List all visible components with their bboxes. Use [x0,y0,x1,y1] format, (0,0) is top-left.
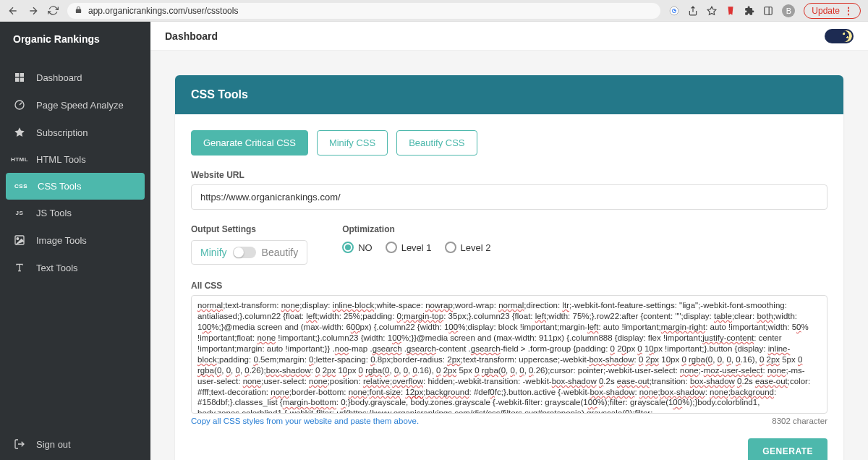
google-icon[interactable] [669,6,679,16]
svg-rect-6 [20,78,24,82]
extension-warning-icon[interactable] [726,6,736,16]
radio-icon [445,242,456,253]
radio-no[interactable]: NO [342,242,373,253]
radio-label: Level 1 [401,242,432,253]
sidebar-item-text[interactable]: Text Tools [0,254,150,281]
back-button[interactable] [7,5,19,17]
output-toggle: Minify Beautify [191,240,307,265]
sidebar-item-html[interactable]: HTML HTML Tools [0,146,150,173]
content: CSS Tools Genarate Critical CSS Minify C… [150,51,868,460]
output-settings: Output Settings Minify Beautify [191,224,307,265]
tab-minify[interactable]: Minify CSS [317,130,388,156]
update-label: Update [812,6,840,16]
html-icon: HTML [13,156,26,163]
tab-beautify[interactable]: Beautify CSS [396,130,477,156]
signout-icon [13,438,26,450]
sidebar-item-subscription[interactable]: Subscription [0,119,150,146]
bookmark-icon[interactable] [707,6,717,16]
signout-label: Sign out [36,439,71,450]
sidebar-item-dashboard[interactable]: Dashboard [0,64,150,91]
main-header: Dashboard [150,22,868,51]
optimization-label: Optimization [342,224,490,234]
sidebar-item-label: Dashboard [36,72,82,83]
css-icon: CSS [14,183,27,189]
radio-icon [342,242,354,253]
minify-option[interactable]: Minify [200,247,227,258]
css-tools-card: CSS Tools Genarate Critical CSS Minify C… [175,75,843,460]
star-icon [13,127,26,138]
main: Dashboard CSS Tools Genarate Critical CS… [150,22,868,460]
radio-level2[interactable]: Level 2 [445,242,491,253]
sidebar-item-css[interactable]: CSS CSS Tools [6,173,145,200]
url-label: Website URL [191,170,827,180]
browser-toolbar: app.organicrankings.com/user/csstools B … [0,0,868,22]
all-css-section: All CSS normal;text-transform: none;disp… [191,281,827,425]
dark-mode-toggle[interactable] [825,29,854,43]
char-count: 8302 character [772,417,827,425]
tool-tabs: Genarate Critical CSS Minify CSS Beautif… [191,130,827,156]
radio-icon [386,242,397,253]
panel-icon[interactable] [763,6,773,16]
share-icon[interactable] [688,6,698,16]
image-icon [13,234,26,246]
radio-label: NO [358,242,373,253]
radio-label: Level 2 [461,242,491,253]
svg-rect-5 [15,78,19,82]
url-input[interactable] [191,184,827,210]
url-field: Website URL [191,170,827,210]
sidebar-item-js[interactable]: JS JS Tools [0,200,150,226]
svg-point-9 [17,238,19,240]
svg-rect-4 [20,73,24,77]
sidebar-item-label: JS Tools [36,208,72,218]
forward-button[interactable] [27,5,39,17]
sidebar-menu: Dashboard Page Speed Analyze Subscriptio… [0,56,150,428]
sidebar-item-image[interactable]: Image Tools [0,226,150,254]
beautify-option[interactable]: Beautify [262,247,299,258]
menu-dots-icon: ⋮ [844,7,853,15]
signout-button[interactable]: Sign out [13,438,137,450]
radio-level1[interactable]: Level 1 [386,242,432,253]
allcss-label: All CSS [191,281,827,291]
sidebar: Organic Rankings Dashboard Page Speed An… [0,22,150,460]
sidebar-item-label: Image Tools [36,235,87,246]
svg-rect-1 [765,7,773,14]
sidebar-item-label: Text Tools [36,263,78,273]
url-text: app.organicrankings.com/user/csstools [88,6,238,16]
lock-icon [75,6,82,16]
sidebar-item-label: CSS Tools [38,181,81,192]
allcss-hint: Copy all CSS styles from your website an… [191,417,419,425]
sidebar-item-label: Page Speed Analyze [36,100,124,111]
speed-icon [13,99,26,111]
profile-avatar[interactable]: B [782,4,795,17]
sidebar-item-pagespeed[interactable]: Page Speed Analyze [0,91,150,119]
extensions-icon[interactable] [744,6,754,16]
sidebar-item-label: Subscription [36,127,88,138]
text-icon [13,262,26,273]
update-button[interactable]: Update⋮ [804,3,861,19]
generate-button[interactable]: GENERATE [748,438,827,460]
js-icon: JS [13,210,26,216]
dashboard-icon [13,72,26,83]
output-label: Output Settings [191,224,307,234]
tab-generate-critical[interactable]: Genarate Critical CSS [191,130,308,156]
minify-beautify-switch[interactable] [233,247,256,258]
allcss-textarea[interactable]: normal;text-transform: none;display: inl… [191,295,827,414]
browser-right-icons: B Update⋮ [669,3,861,19]
sidebar-item-label: HTML Tools [36,154,86,165]
card-title: CSS Tools [175,75,843,114]
page-title: Dashboard [165,30,218,42]
reload-button[interactable] [48,5,59,16]
brand: Organic Rankings [0,22,150,56]
address-bar[interactable]: app.organicrankings.com/user/csstools [67,3,660,19]
optimization-settings: Optimization NO Level 1 Level 2 [342,224,490,253]
svg-rect-3 [15,73,19,77]
